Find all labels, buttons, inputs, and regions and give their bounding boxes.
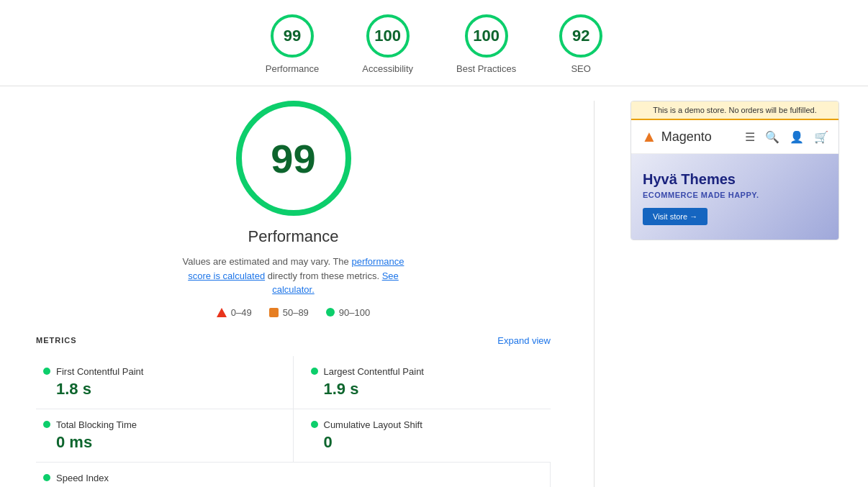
score-label-seo: SEO: [571, 63, 590, 74]
legend-good: 90–100: [326, 307, 370, 318]
legend-mid-label: 50–89: [283, 307, 309, 318]
legend-bad-label: 0–49: [231, 307, 252, 318]
hero-title: Hyvä Themes: [643, 171, 827, 188]
legend-bad: 0–49: [217, 307, 252, 318]
hamburger-icon[interactable]: ☰: [745, 130, 755, 144]
left-panel: 99 Performance Values are estimated and …: [29, 101, 558, 487]
desc-mid: directly from these metrics.: [265, 270, 382, 281]
legend-bad-icon: [217, 308, 227, 317]
expand-view-button[interactable]: Expand view: [497, 335, 551, 346]
metrics-grid: First Contentful Paint 1.8 s Largest Con…: [29, 356, 558, 488]
metric-label-row: Largest Contentful Paint: [311, 366, 544, 377]
score-circle-seo: 92: [559, 14, 602, 58]
metric-card: Cumulative Layout Shift 0: [294, 409, 551, 463]
score-circle-best-practices: 100: [465, 14, 508, 58]
metric-name: Largest Contentful Paint: [324, 366, 424, 377]
metric-name: First Contentful Paint: [56, 366, 143, 377]
metric-dot: [311, 368, 318, 375]
description: Values are estimated and may vary. The p…: [178, 255, 409, 297]
score-item-seo[interactable]: 92 SEO: [559, 14, 602, 74]
metrics-header: METRICS Expand view: [29, 335, 558, 346]
metrics-title: METRICS: [36, 336, 77, 345]
magento-icon: ▲: [641, 127, 657, 146]
metric-value: 1.8 s: [56, 380, 276, 399]
score-label-best-practices: Best Practices: [456, 63, 516, 74]
metric-value: 0: [324, 433, 544, 452]
metric-name: Total Blocking Time: [56, 419, 137, 430]
score-label-performance: Performance: [266, 63, 319, 74]
big-score-circle: 99: [236, 101, 351, 216]
legend-mid-icon: [269, 308, 279, 317]
hero-subtitle: ECOMMERCE MADE HAPPY.: [643, 191, 827, 199]
preview-container: This is a demo store. No orders will be …: [630, 101, 839, 240]
score-circle-performance: 99: [271, 14, 314, 58]
cart-icon[interactable]: 🛒: [814, 130, 828, 144]
metric-label-row: First Contentful Paint: [43, 366, 276, 377]
score-circle-accessibility: 100: [366, 14, 410, 58]
metric-label-row: Total Blocking Time: [43, 419, 276, 430]
demo-banner: This is a demo store. No orders will be …: [631, 101, 838, 120]
score-item-accessibility[interactable]: 100 Accessibility: [362, 14, 413, 74]
right-panel: This is a demo store. No orders will be …: [630, 101, 839, 487]
metric-value: 0 ms: [56, 433, 276, 452]
metric-card: Largest Contentful Paint 1.9 s: [294, 356, 551, 409]
user-icon[interactable]: 👤: [790, 130, 804, 144]
brand-name: Magento: [661, 129, 712, 145]
main-content: 99 Performance Values are estimated and …: [0, 86, 868, 487]
big-score-value: 99: [271, 135, 315, 182]
search-icon[interactable]: 🔍: [765, 130, 779, 144]
metric-card: Speed Index 1.8 s: [36, 463, 551, 488]
score-label-accessibility: Accessibility: [362, 63, 413, 74]
hero-button[interactable]: Visit store →: [643, 208, 707, 225]
score-item-best-practices[interactable]: 100 Best Practices: [456, 14, 516, 74]
metrics-section: METRICS Expand view First Contentful Pai…: [29, 335, 558, 488]
metric-name: Speed Index: [56, 473, 109, 483]
magento-logo: ▲ Magento: [641, 127, 712, 146]
legend-mid: 50–89: [269, 307, 309, 318]
scores-bar: 99 Performance 100 Accessibility 100 Bes…: [0, 0, 868, 86]
header-icons: ☰ 🔍 👤 🛒: [745, 130, 828, 144]
metric-label-row: Cumulative Layout Shift: [311, 419, 544, 430]
performance-title: Performance: [248, 227, 339, 246]
metric-dot: [43, 368, 50, 375]
vertical-divider: [594, 101, 595, 487]
metric-card: Total Blocking Time 0 ms: [36, 409, 294, 463]
metric-dot: [43, 421, 50, 428]
metric-card: First Contentful Paint 1.8 s: [36, 356, 294, 409]
score-item-performance[interactable]: 99 Performance: [266, 14, 319, 74]
legend: 0–49 50–89 90–100: [217, 307, 370, 318]
legend-good-label: 90–100: [339, 307, 370, 318]
metric-value: 1.9 s: [324, 380, 544, 399]
metric-label-row: Speed Index: [43, 473, 533, 483]
preview-header: ▲ Magento ☰ 🔍 👤 🛒: [631, 120, 838, 154]
metric-name: Cumulative Layout Shift: [324, 419, 422, 430]
metric-dot: [311, 421, 318, 428]
preview-hero: Hyvä Themes ECOMMERCE MADE HAPPY. Visit …: [631, 154, 838, 240]
legend-good-icon: [326, 308, 335, 317]
desc-text: Values are estimated and may vary. The: [183, 256, 352, 267]
metric-dot: [43, 474, 50, 481]
